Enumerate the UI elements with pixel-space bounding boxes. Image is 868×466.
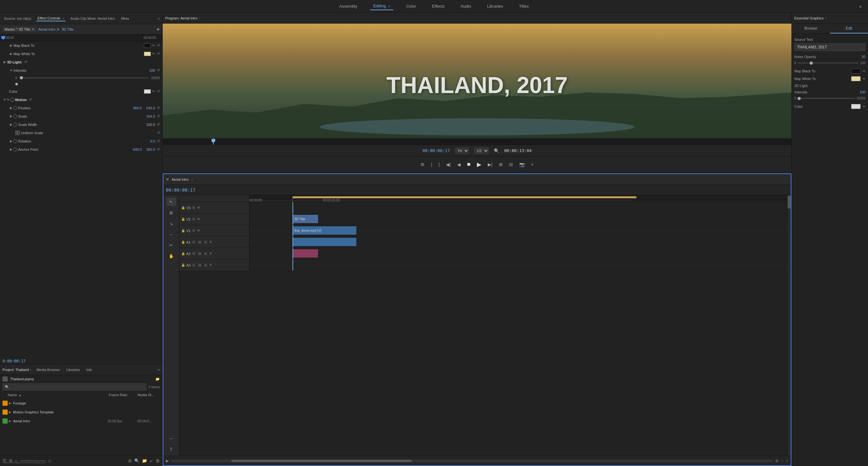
monitor-zoom-icon[interactable]: 🔍 bbox=[494, 148, 499, 153]
track-v3-eye[interactable]: 👁 bbox=[197, 206, 200, 209]
map-white-swatch[interactable] bbox=[144, 52, 151, 56]
track-a2-settings[interactable]: ☰ bbox=[192, 252, 195, 255]
project-item-footage[interactable]: ▶ Footage bbox=[0, 399, 162, 408]
tab-audio-mixer[interactable]: Audio Clip Mixer: Aerial Intro bbox=[69, 16, 116, 21]
eg-map-black-eyedropper[interactable]: ✏ bbox=[863, 69, 865, 73]
track-a3-m[interactable]: M bbox=[197, 263, 202, 267]
expand-intensity[interactable]: ▼ bbox=[9, 68, 13, 73]
monitor-add-btn[interactable]: + bbox=[531, 162, 534, 167]
search-btn[interactable]: 🔍 bbox=[134, 458, 140, 463]
position-x[interactable]: 960.0 bbox=[133, 106, 142, 110]
expand-3d-light[interactable]: ▶ bbox=[3, 60, 7, 64]
track-v2-content[interactable]: 3D Title bbox=[249, 213, 787, 225]
monitor-overwrite-btn[interactable]: ⊟ bbox=[509, 162, 513, 167]
arrow-btn[interactable]: ↙ bbox=[150, 458, 153, 463]
master-select[interactable]: Master * 3D Title ▼ bbox=[3, 27, 36, 32]
timeline-menu-icon[interactable]: ≡ bbox=[191, 178, 193, 181]
3d-light-reset[interactable]: ↺ bbox=[24, 60, 27, 64]
uniform-scale-checkbox[interactable]: ✓ bbox=[15, 131, 20, 135]
tab-project[interactable]: Project: Thailand ≡ bbox=[3, 368, 32, 372]
tl-zoom-in-btn[interactable]: + bbox=[786, 459, 788, 463]
monitor-settings-btn[interactable]: ⚙ bbox=[421, 162, 425, 167]
monitor-prev-edit-btn[interactable]: ◀| bbox=[446, 162, 451, 167]
project-tab-menu[interactable]: ≡ bbox=[30, 368, 31, 372]
track-v3-lock[interactable]: 🔒 bbox=[181, 206, 185, 209]
track-a2-mic[interactable]: 🎙 bbox=[209, 252, 213, 255]
monitor-marker-out-btn[interactable]: | bbox=[439, 162, 440, 167]
timeline-hscroll[interactable] bbox=[171, 460, 773, 462]
track-v2-lock[interactable]: 🔒 bbox=[181, 218, 185, 221]
scale-value[interactable]: 164.0 bbox=[146, 114, 155, 118]
master-forward-button[interactable]: ▶ bbox=[157, 27, 160, 31]
intensity-value[interactable]: 100 bbox=[149, 69, 155, 72]
track-a1-s[interactable]: S bbox=[204, 240, 208, 244]
tab-meta[interactable]: Meta bbox=[120, 16, 130, 21]
track-v1-settings[interactable]: ☰ bbox=[192, 229, 195, 232]
col-fps-header[interactable]: Frame Rate bbox=[109, 393, 137, 397]
expand-anchor-point[interactable]: ▶ bbox=[9, 147, 13, 152]
tool-track-select[interactable]: ↘ bbox=[166, 219, 176, 228]
expand-motion[interactable]: ▼ bbox=[3, 98, 7, 102]
diamond-btn[interactable]: ◇ bbox=[48, 458, 51, 463]
monitor-stop-btn[interactable]: ■ bbox=[467, 161, 470, 168]
intensity-dot[interactable] bbox=[15, 83, 18, 86]
eg-noise-opacity-value[interactable]: 20 bbox=[862, 55, 865, 59]
track-a3-mic[interactable]: 🎙 bbox=[209, 263, 213, 267]
map-black-reset[interactable]: ↺ bbox=[157, 43, 160, 47]
track-a1-m[interactable]: M bbox=[197, 240, 202, 244]
tab-source[interactable]: Source: (no clips) bbox=[3, 16, 33, 21]
clip-thai-drone[interactable]: thai_drone.mp4 [V] bbox=[292, 226, 356, 235]
anchor-reset[interactable]: ↺ bbox=[157, 147, 160, 152]
eg-intensity-thumb[interactable] bbox=[798, 97, 801, 100]
nav-item-audio[interactable]: Audio bbox=[458, 3, 474, 10]
monitor-quality-select[interactable]: 1/2 bbox=[474, 147, 489, 154]
motion-reset[interactable]: ↺ bbox=[29, 98, 32, 102]
tab-effect-controls[interactable]: Effect Controls ≡ bbox=[36, 15, 65, 21]
eg-noise-slider[interactable] bbox=[798, 63, 859, 63]
tool-text[interactable]: T bbox=[166, 445, 176, 453]
map-black-swatch[interactable] bbox=[144, 43, 151, 48]
expand-mgt[interactable]: ▶ bbox=[9, 410, 11, 414]
expand-position[interactable]: ▶ bbox=[9, 106, 13, 110]
track-v3-settings[interactable]: ☰ bbox=[192, 206, 195, 209]
track-a2-s[interactable]: S bbox=[204, 252, 208, 256]
project-item-aerial[interactable]: ▶ Aerial Intro 25.00 fps 00:00:0... bbox=[0, 417, 162, 426]
col-media-header[interactable]: Media St... bbox=[137, 393, 160, 397]
tool-selection[interactable]: ↖ bbox=[166, 198, 176, 206]
uniform-scale-reset[interactable]: ↺ bbox=[157, 131, 160, 135]
tool-razor[interactable]: ✂ bbox=[166, 241, 176, 249]
monitor-export-btn[interactable]: 📷 bbox=[519, 162, 525, 167]
tool-zoom[interactable]: ↔ bbox=[166, 434, 176, 442]
timeline-close-btn[interactable]: ✕ bbox=[166, 177, 169, 182]
clip-a2-audio[interactable] bbox=[292, 249, 318, 258]
eg-color-swatch[interactable] bbox=[851, 104, 861, 109]
new-bin-icon[interactable]: 📁 bbox=[155, 377, 160, 381]
expand-aerial[interactable]: ▶ bbox=[9, 420, 11, 423]
track-v2-eye[interactable]: 👁 bbox=[197, 218, 200, 221]
grid-btn[interactable]: ⊞ bbox=[128, 458, 132, 463]
tab-info[interactable]: Info bbox=[85, 367, 93, 372]
eg-intensity-slider[interactable] bbox=[798, 98, 856, 99]
monitor-step-back-btn[interactable]: ◀ bbox=[457, 162, 461, 167]
timeline-title[interactable]: Aerial Intro bbox=[172, 177, 189, 181]
panel-tabs-more[interactable]: » bbox=[158, 16, 160, 21]
track-v2-settings[interactable]: ☰ bbox=[192, 218, 195, 221]
nav-item-titles[interactable]: Titles bbox=[516, 3, 532, 10]
expand-map-black[interactable]: ▶ bbox=[9, 43, 13, 48]
monitor-marker-in-btn[interactable]: | bbox=[431, 162, 432, 167]
track-a2-content[interactable] bbox=[249, 248, 787, 259]
eg-intensity-value[interactable]: 100 bbox=[860, 90, 865, 94]
position-reset[interactable]: ↺ bbox=[157, 106, 160, 110]
timeline-vscroll[interactable] bbox=[787, 195, 791, 456]
track-a3-settings[interactable]: ☰ bbox=[192, 263, 195, 267]
track-a2-m[interactable]: M bbox=[197, 252, 202, 256]
tool-slip[interactable]: ↔ bbox=[166, 230, 176, 238]
track-a2-lock[interactable]: 🔒 bbox=[181, 252, 185, 255]
breadcrumb-3d-title[interactable]: 3D Title bbox=[62, 27, 73, 31]
delete-btn[interactable]: 🗑 bbox=[156, 458, 160, 463]
project-tabs-more[interactable]: » bbox=[158, 367, 160, 372]
eg-source-text-value[interactable]: THAILAND, 2017 bbox=[794, 43, 865, 51]
intensity-slider-thumb[interactable] bbox=[20, 76, 23, 79]
ec-playhead[interactable] bbox=[1, 34, 5, 41]
track-a1-settings[interactable]: ☰ bbox=[192, 240, 195, 244]
